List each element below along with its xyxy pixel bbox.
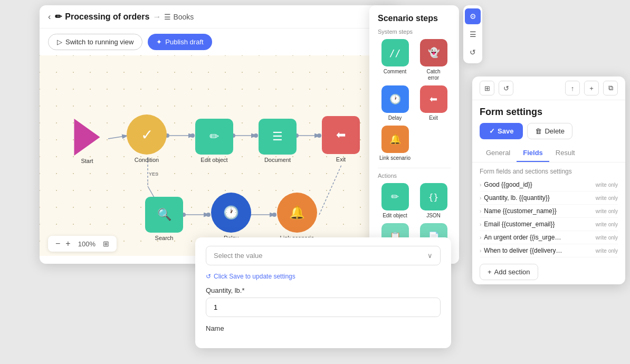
delay-shape: 🕐 [211,193,251,233]
tab-fields[interactable]: Fields [517,145,549,162]
refresh-icon-btn[interactable]: ↺ [499,81,513,95]
fit-view-button[interactable]: ⊞ [101,238,111,249]
switch-running-view-button[interactable]: ▷ Switch to running view [48,34,142,50]
edit-object-node[interactable]: ✏ Edit object [195,119,233,163]
field-row-name[interactable]: › Name {{customer_name}} write only [480,205,618,218]
document-node[interactable]: ☰ Document [259,119,297,163]
search-node[interactable]: 🔍 Search [145,197,183,241]
svg-point-7 [254,133,258,138]
name-row: Name [206,324,441,332]
edit-object-action-step[interactable]: ✏ Edit object [378,183,412,219]
scenario-steps-panel: Scenario steps System steps // Comment 👻… [369,5,459,264]
catch-error-step[interactable]: 👻 Catcherror [416,39,451,81]
arrow-icon: → [152,12,161,22]
condition-node[interactable]: ✓ Condition [127,114,167,163]
svg-line-1 [108,136,128,139]
form-fields-section: Form fields and sections settings › Good… [472,162,625,260]
tab-result[interactable]: Result [549,145,581,162]
quantity-input[interactable] [206,298,441,317]
delete-button[interactable]: 🗑 Delete [527,123,572,139]
comment-step[interactable]: // Comment [378,39,412,81]
document-shape: ☰ [259,119,297,155]
chevron-urgent: › [480,235,481,241]
edit-object-action-icon: ✏ [381,183,409,210]
start-shape [69,119,106,156]
share-icon-btn[interactable]: ↑ [565,81,580,95]
refresh-hint-icon: ↺ [206,273,211,280]
form-settings-icons: ⊞ ↺ [480,81,513,95]
field-row-email[interactable]: › Email {{customer_email}} write only [480,218,618,231]
json-step-icon: {} [420,183,447,210]
document-label: Document [264,157,291,163]
name-label: Name [206,324,441,332]
sidebar-refresh-icon[interactable]: ↺ [465,44,481,60]
chevron-good: › [480,182,481,188]
bottom-form-panel: Select the value ∨ ↺ Click Save to updat… [195,237,451,348]
field-row-deliver[interactable]: › When to deliver {{delivery_da... write… [480,244,618,257]
field-row-left-deliver: › When to deliver {{delivery_da... [480,247,594,254]
edit-object-label: Edit object [201,157,227,163]
back-button[interactable]: ‹ [48,12,51,22]
search-shape: 🔍 [145,197,183,233]
steps-divider [378,168,451,168]
delay-step[interactable]: 🕐 Delay [378,85,412,121]
add-section-button[interactable]: + Add section [480,264,538,280]
field-badge-good: write only [596,182,618,188]
exit-shape: ⬅ [322,116,360,154]
chevron-quantity: › [480,195,481,201]
sidebar-layers-icon[interactable]: ☰ [465,26,481,42]
exit-node[interactable]: ⬅ Exit [322,116,360,162]
book-name: Books [173,13,194,21]
publish-draft-button[interactable]: ✦ Publish draft [148,34,212,50]
add-section-label: Add section [494,268,530,276]
field-row-good[interactable]: › Good {{good_id}} write only [480,178,618,191]
pencil-icon: ✏ [55,12,62,22]
translate-icon-btn[interactable]: ⊞ [480,81,494,95]
link-scenario-step-label: Link scenario [379,155,411,161]
duplicate-icon-btn[interactable]: ⧉ [603,81,618,95]
json-step-label: JSON [426,213,441,219]
link-scenario-step[interactable]: 🔔 Link scenario [378,126,412,161]
exit-step[interactable]: ⬅ Exit [416,85,451,121]
field-row-left-urgent: › An urgent order {{is_urgent}} [480,234,594,241]
book-icon: ☰ [164,13,171,21]
system-steps-grid: // Comment 👻 Catcherror 🕐 Delay ⬅ Exit 🔔 [378,39,451,161]
field-badge-quantity: write only [596,195,618,201]
field-row-quantity[interactable]: › Quantity, lb. {{quantity}} write only [480,191,618,205]
field-name-deliver: When to deliver {{delivery_da... [484,247,563,254]
workflow-panel: ‹ ✏ Processing of orders → ☰ Books ▷ Swi… [40,5,398,264]
quantity-row: Quantity, lb.* [206,286,441,317]
zoom-in-button[interactable]: + [63,238,72,250]
comment-step-icon: // [381,39,409,66]
save-button[interactable]: ✓ Save [480,123,523,139]
select-value-dropdown[interactable]: Select the value ∨ [206,246,441,265]
save-checkmark-icon: ✓ [489,127,495,135]
zoom-level: 100% [74,240,100,248]
sidebar-settings-icon[interactable]: ⚙ [465,8,481,24]
zoom-out-button[interactable]: − [53,238,62,250]
search-label: Search [155,235,174,241]
field-badge-deliver: write only [596,248,618,254]
json-step[interactable]: {} JSON [416,183,451,219]
edit-object-shape: ✏ [195,119,233,155]
select-placeholder: Select the value [214,252,263,260]
link-scenario-node[interactable]: 🔔 Link scenario [277,193,317,241]
canvas-area[interactable]: Start ✓ Condition YES ↓ ✏ Edit object ☰ … [40,55,398,256]
add-icon-btn[interactable]: + [584,81,599,95]
tab-general[interactable]: General [480,145,517,162]
link-scenario-step-icon: 🔔 [381,126,409,153]
form-settings-panel: ⊞ ↺ ↑ + ⧉ Form settings ✓ Save 🗑 Delete … [472,76,625,284]
start-node[interactable]: Start [69,119,106,164]
add-section-icon: + [488,268,492,276]
select-value-row: Select the value ∨ [206,246,441,265]
publish-label: Publish draft [165,38,203,46]
svg-point-4 [190,133,195,138]
trash-icon: 🗑 [535,127,542,135]
delete-label: Delete [545,127,565,135]
form-tabs: General Fields Result [472,145,625,162]
canvas-toolbar: − + 100% ⊞ [48,236,117,252]
form-actions: ✓ Save 🗑 Delete [472,118,625,145]
field-row-left-good: › Good {{good_id}} [480,181,594,188]
field-row-urgent[interactable]: › An urgent order {{is_urgent}} write on… [480,231,618,244]
delay-node[interactable]: 🕐 Delay [211,193,251,241]
